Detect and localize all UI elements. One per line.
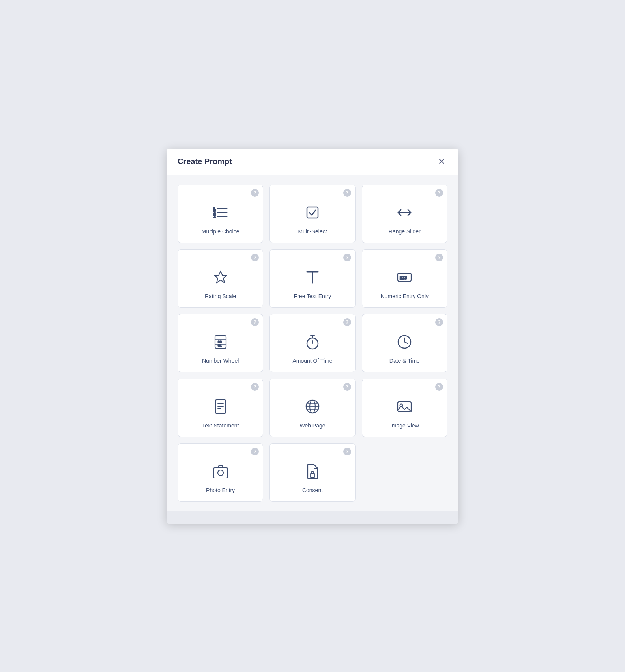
card-label-multi-select: Multi-Select	[298, 228, 327, 235]
icon-multi-select	[304, 202, 321, 223]
icon-free-text-entry	[304, 267, 321, 287]
icon-text-statement	[212, 396, 229, 417]
card-label-consent: Consent	[302, 487, 323, 493]
card-numeric-entry-only[interactable]: ? 123 Numeric Entry Only	[362, 249, 447, 308]
icon-consent	[304, 461, 321, 482]
card-label-multiple-choice: Multiple Choice	[202, 228, 240, 235]
icon-date-time	[396, 332, 413, 352]
modal-header: Create Prompt ✕	[167, 149, 458, 175]
help-icon-number-wheel[interactable]: ?	[251, 318, 259, 326]
close-button[interactable]: ✕	[436, 157, 447, 167]
icon-photo-entry	[212, 461, 229, 482]
card-web-page[interactable]: ? Web Page	[269, 379, 355, 437]
help-icon-free-text-entry[interactable]: ?	[343, 254, 351, 261]
help-icon-amount-of-time[interactable]: ?	[343, 318, 351, 326]
card-free-text-entry[interactable]: ? Free Text Entry	[269, 249, 355, 308]
svg-text:123: 123	[400, 275, 407, 280]
icon-rating-scale	[212, 267, 229, 287]
create-prompt-modal: Create Prompt ✕ ? 1 2 3 Multiple Choice …	[167, 149, 458, 524]
icon-multiple-choice: 1 2 3	[212, 202, 229, 223]
svg-point-37	[218, 470, 223, 476]
svg-line-24	[404, 342, 408, 343]
icon-image-view	[396, 396, 413, 417]
card-multi-select[interactable]: ? Multi-Select	[269, 185, 355, 243]
card-label-numeric-entry-only: Numeric Entry Only	[381, 293, 429, 299]
svg-rect-25	[215, 400, 226, 413]
card-label-image-view: Image View	[390, 422, 419, 429]
prompt-type-grid: ? 1 2 3 Multiple Choice ? Multi-Select ?…	[178, 185, 447, 502]
card-label-date-time: Date & Time	[389, 358, 420, 364]
card-consent[interactable]: ? Consent	[269, 443, 355, 502]
card-multiple-choice[interactable]: ? 1 2 3 Multiple Choice	[178, 185, 263, 243]
help-icon-text-statement[interactable]: ?	[251, 383, 259, 391]
help-icon-consent[interactable]: ?	[343, 448, 351, 455]
modal-body: ? 1 2 3 Multiple Choice ? Multi-Select ?…	[167, 175, 458, 511]
help-icon-image-view[interactable]: ?	[435, 383, 443, 391]
icon-range-slider	[396, 202, 413, 223]
card-number-wheel[interactable]: ? 00 01 Number Wheel	[178, 314, 263, 372]
card-label-number-wheel: Number Wheel	[202, 358, 239, 364]
help-icon-numeric-entry-only[interactable]: ?	[435, 254, 443, 261]
help-icon-photo-entry[interactable]: ?	[251, 448, 259, 455]
card-range-slider[interactable]: ? Range Slider	[362, 185, 447, 243]
help-icon-date-time[interactable]: ?	[435, 318, 443, 326]
help-icon-range-slider[interactable]: ?	[435, 189, 443, 197]
help-icon-multiple-choice[interactable]: ?	[251, 189, 259, 197]
modal-footer	[167, 511, 458, 524]
card-label-text-statement: Text Statement	[202, 422, 239, 429]
icon-numeric-entry-only: 123	[396, 267, 413, 287]
card-rating-scale[interactable]: ? Rating Scale	[178, 249, 263, 308]
svg-text:3: 3	[213, 215, 216, 219]
card-photo-entry[interactable]: ? Photo Entry	[178, 443, 263, 502]
card-label-rating-scale: Rating Scale	[205, 293, 236, 299]
svg-rect-36	[213, 468, 228, 478]
card-date-time[interactable]: ? Date & Time	[362, 314, 447, 372]
modal-title: Create Prompt	[178, 157, 232, 166]
card-text-statement[interactable]: ? Text Statement	[178, 379, 263, 437]
card-label-amount-of-time: Amount Of Time	[292, 358, 332, 364]
svg-text:01: 01	[218, 343, 222, 347]
icon-web-page	[304, 396, 321, 417]
card-image-view[interactable]: ? Image View	[362, 379, 447, 437]
card-label-range-slider: Range Slider	[389, 228, 421, 235]
svg-rect-38	[310, 474, 315, 477]
card-label-free-text-entry: Free Text Entry	[294, 293, 331, 299]
svg-marker-8	[214, 271, 227, 283]
svg-rect-6	[307, 207, 318, 218]
icon-number-wheel: 00 01	[212, 332, 229, 352]
help-icon-rating-scale[interactable]: ?	[251, 254, 259, 261]
icon-amount-of-time	[304, 332, 321, 352]
card-label-photo-entry: Photo Entry	[206, 487, 235, 493]
help-icon-multi-select[interactable]: ?	[343, 189, 351, 197]
card-amount-of-time[interactable]: ? Amount Of Time	[269, 314, 355, 372]
card-label-web-page: Web Page	[299, 422, 325, 429]
help-icon-web-page[interactable]: ?	[343, 383, 351, 391]
